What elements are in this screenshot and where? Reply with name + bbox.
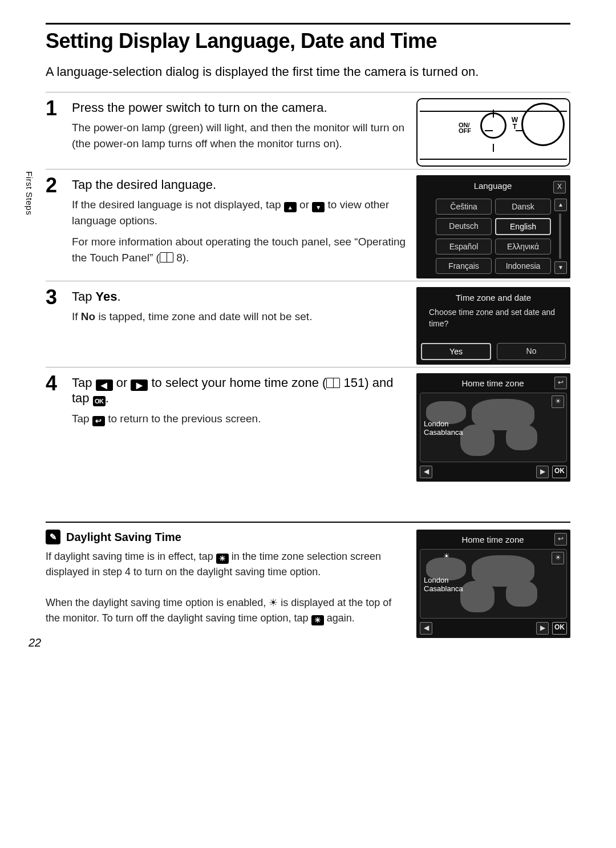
yes-button[interactable]: Yes	[421, 343, 491, 360]
dst-indicator-icon: ☀	[269, 597, 278, 608]
home-timezone-screen: Home time zone ↩ ☀ London Casablanca ◀	[416, 373, 570, 482]
map-right-button[interactable]: ▶	[536, 466, 549, 478]
map-left-button[interactable]: ◀	[420, 622, 432, 635]
lcd-title: Home time zone	[435, 535, 551, 544]
no-button[interactable]: No	[497, 343, 566, 360]
note-title: Daylight Saving Time	[66, 531, 181, 544]
step-3-heading: Tap Yes.	[72, 289, 406, 304]
step-number: 2	[46, 175, 62, 196]
camera-top-diagram: ON/ OFF W T	[416, 98, 570, 167]
dst-icon: ☀	[311, 615, 324, 625]
language-option[interactable]: Dansk	[495, 199, 551, 215]
page-number: 22	[29, 636, 41, 649]
city-label: Casablanca	[424, 584, 463, 593]
language-screen: Language X Čeština Dansk Deutsch English…	[416, 175, 570, 278]
language-option[interactable]: Čeština	[436, 199, 492, 215]
lcd-title: Home time zone	[435, 378, 551, 388]
back-icon: ↩	[92, 416, 105, 426]
scroll-down-button[interactable]	[554, 261, 567, 274]
city-label: London	[424, 419, 448, 428]
note-icon: ✎	[46, 530, 60, 544]
lcd-title: Language	[436, 181, 550, 191]
home-timezone-dst-screen: Home time zone ↩ ☀ ☀ London Casablanca	[416, 530, 570, 638]
scroll-up-button[interactable]	[554, 199, 567, 211]
world-map[interactable]: ☀ London Casablanca	[420, 393, 567, 462]
step-2-body-2: For more information about operating the…	[72, 234, 406, 265]
language-option-selected[interactable]: English	[495, 218, 551, 235]
city-label: London	[424, 576, 448, 584]
ok-button[interactable]: OK	[552, 466, 567, 478]
map-left-button[interactable]: ◀	[420, 466, 432, 478]
step-2-heading: Tap the desired language.	[72, 177, 406, 192]
ok-button[interactable]: OK	[552, 622, 567, 635]
note-body: If daylight saving time is in effect, ta…	[46, 549, 400, 626]
step-4-body: Tap ↩ to return to the previous screen.	[72, 411, 406, 427]
dst-button[interactable]: ☀	[552, 552, 564, 564]
back-button[interactable]: ↩	[554, 377, 567, 389]
language-option[interactable]: Ελληνικά	[495, 239, 551, 255]
step-3: 3 Tap Yes. If No is tapped, time zone an…	[46, 281, 570, 365]
map-right-button[interactable]: ▶	[536, 622, 549, 635]
language-option[interactable]: Français	[436, 258, 492, 274]
ok-icon: OK	[93, 396, 106, 406]
intro-text: A language-selection dialog is displayed…	[46, 64, 570, 79]
step-1: 1 Press the power switch to turn on the …	[46, 92, 570, 167]
page-title: Setting Display Language, Date and Time	[46, 29, 570, 53]
up-arrow-icon	[284, 202, 297, 212]
language-option[interactable]: Deutsch	[436, 218, 492, 235]
back-button[interactable]: ↩	[554, 533, 567, 546]
step-number: 3	[46, 287, 62, 308]
manual-ref-icon	[160, 252, 173, 263]
step-2: 2 Tap the desired language. If the desir…	[46, 169, 570, 278]
lcd-title: Time zone and date	[421, 293, 566, 302]
dst-icon: ☀	[216, 554, 229, 564]
step-4: 4 Tap ◀ or ▶ to select your home time zo…	[46, 367, 570, 482]
step-number: 4	[46, 373, 62, 394]
close-button[interactable]: X	[553, 181, 566, 193]
lcd-prompt: Choose time zone and set date and time?	[429, 307, 558, 329]
step-number: 1	[46, 98, 62, 119]
dst-button[interactable]: ☀	[552, 395, 564, 408]
manual-ref-icon	[326, 378, 340, 388]
timezone-prompt-screen: Time zone and date Choose time zone and …	[416, 287, 570, 365]
step-3-body: If No is tapped, time zone and date will…	[72, 309, 406, 325]
note-section: ✎ Daylight Saving Time If daylight savin…	[46, 530, 570, 638]
t-label: T	[513, 123, 517, 131]
step-2-body: If the desired language is not displayed…	[72, 197, 406, 228]
step-1-body: The power-on lamp (green) will light, an…	[72, 120, 406, 151]
language-option[interactable]: Español	[436, 239, 492, 255]
step-1-heading: Press the power switch to turn on the ca…	[72, 100, 406, 115]
off-label: OFF	[459, 127, 471, 134]
down-arrow-icon	[312, 202, 325, 212]
world-map[interactable]: ☀ ☀ London Casablanca	[420, 549, 567, 619]
language-option[interactable]: Indonesia	[495, 258, 551, 274]
section-tab: First Steps	[25, 171, 34, 215]
language-grid: Čeština Dansk Deutsch English Español Ελ…	[436, 199, 551, 274]
left-arrow-icon: ◀	[96, 379, 113, 391]
right-arrow-icon: ▶	[131, 379, 148, 391]
step-4-heading: Tap ◀ or ▶ to select your home time zone…	[72, 375, 406, 406]
city-label: Casablanca	[424, 428, 463, 437]
scrollbar[interactable]	[559, 213, 561, 259]
